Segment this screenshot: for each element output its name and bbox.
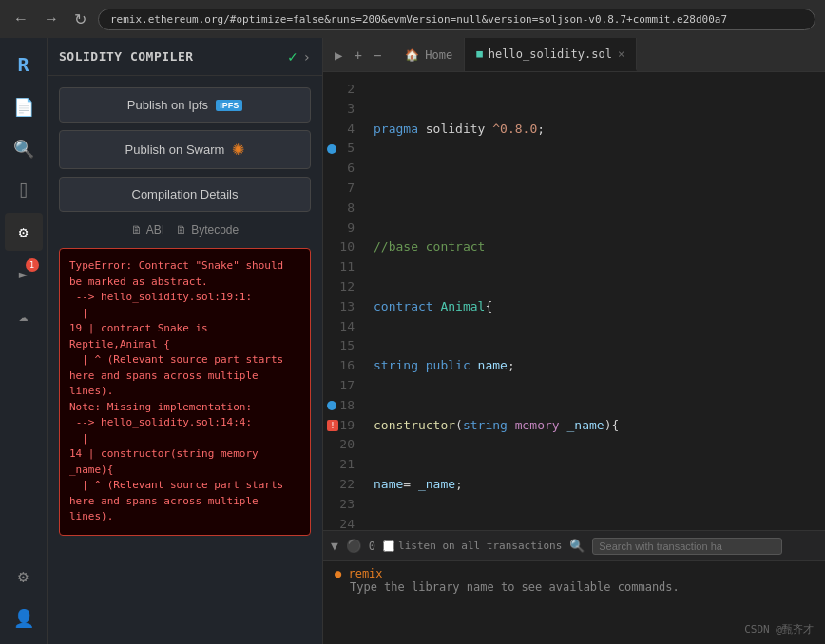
sidebar-item-deploy[interactable]: ☁	[5, 296, 43, 334]
sidebar-item-file-explorer[interactable]: 📄	[5, 87, 43, 125]
line-num-18: 18	[323, 396, 366, 416]
file-icon: 📄	[13, 97, 34, 117]
check-icon: ✓	[288, 47, 297, 66]
line-num-19: ! 19	[323, 416, 366, 436]
line-num-5: 5	[323, 139, 366, 159]
zoom-in-icon[interactable]: +	[350, 46, 365, 65]
left-panel-title: SOLIDITY COMPILER	[59, 49, 194, 64]
line-num-10: 10	[323, 237, 366, 257]
tab-hello-label: hello_solidity.sol	[489, 47, 612, 61]
compilation-details-button[interactable]: Compilation Details	[59, 177, 311, 212]
play-icon[interactable]: ▶	[331, 46, 346, 65]
tab-home[interactable]: 🏠 Home	[393, 38, 465, 71]
sidebar-item-remix-logo[interactable]: R	[5, 46, 43, 84]
line-num-14: 14	[323, 317, 366, 337]
listen-label: listen on all transactions	[398, 540, 562, 552]
terminal-search-input[interactable]	[592, 538, 782, 555]
terminal-line-2: Type the library name to see available c…	[335, 580, 814, 594]
abi-file-icon: 🗎	[131, 223, 143, 237]
line-num-8: 8	[323, 199, 366, 218]
ipfs-badge: IPFS	[216, 100, 242, 111]
sidebar-item-plugin-manager[interactable]: ⚙	[5, 213, 43, 251]
publish-ipfs-button[interactable]: Publish on Ipfs IPFS	[59, 87, 311, 123]
code-line-2: pragma solidity ^0.8.0;	[374, 120, 825, 140]
sidebar-item-search[interactable]: 🔍	[5, 129, 43, 167]
terminal-count: 0	[369, 540, 375, 553]
deploy-icon: ☁	[19, 307, 29, 325]
profile-icon: 👤	[13, 608, 34, 628]
settings-icon: ⚙	[18, 566, 29, 586]
tab-bar-icons: ▶ + −	[323, 46, 393, 65]
line-num-11: 11	[323, 257, 366, 277]
terminal-stop-icon[interactable]: ⚫	[346, 539, 361, 553]
code-line-6: string public name;	[374, 356, 825, 376]
error-box: TypeError: Contract "Snake" should be ma…	[59, 248, 311, 536]
terminal-collapse-icon[interactable]: ▼	[331, 539, 338, 553]
line-num-2: 2	[323, 80, 366, 100]
terminal-line-1: ● remix	[335, 567, 814, 580]
tab-hello-solidity[interactable]: ■ hello_solidity.sol ×	[465, 38, 637, 71]
browser-bar: ← → ↻ remix.ethereum.org/#optimize=false…	[0, 0, 825, 38]
publish-swarm-label: Publish on Swarm	[125, 142, 225, 157]
line-num-12: 12	[323, 277, 366, 297]
line-numbers: 2 3 4 5 6 7 8 9 10 11 12 13 14 15 16 17	[323, 72, 366, 530]
line-num-20: 20	[323, 435, 366, 455]
code-line-7: constructor(string memory _name){	[374, 416, 825, 436]
left-panel-content: Publish on Ipfs IPFS Publish on Swarm ✺ …	[48, 76, 322, 644]
branch-icon: ⌷	[19, 181, 29, 199]
abi-button[interactable]: 🗎 ABI	[131, 223, 164, 237]
listen-checkbox-area: listen on all transactions	[383, 540, 562, 552]
forward-button[interactable]: →	[40, 9, 63, 29]
tab-close-button[interactable]: ×	[618, 47, 624, 61]
line-num-21: 21	[323, 455, 366, 475]
home-icon: 🏠	[405, 48, 419, 62]
terminal-search-icon[interactable]: 🔍	[569, 539, 585, 553]
line-num-17: 17	[323, 376, 366, 396]
bytecode-button[interactable]: 🗎 Bytecode	[176, 223, 239, 237]
line-num-16: 16	[323, 356, 366, 376]
search-icon: 🔍	[13, 139, 34, 159]
code-line-4: //base contract	[374, 237, 825, 257]
swarm-icon: ✺	[232, 141, 244, 159]
sidebar-item-debug[interactable]: ► 1	[5, 255, 43, 293]
code-line-8: name = _name;	[374, 475, 825, 495]
refresh-button[interactable]: ↻	[70, 9, 90, 30]
debug-badge: 1	[26, 258, 39, 272]
listen-checkbox[interactable]	[383, 540, 394, 552]
tab-bar: ▶ + − 🏠 Home ■ hello_solidity.sol ×	[323, 38, 825, 72]
line-num-4: 4	[323, 120, 366, 140]
url-bar[interactable]: remix.ethereum.org/#optimize=false&runs=…	[98, 9, 815, 30]
left-panel: SOLIDITY COMPILER ✓ › Publish on Ipfs IP…	[48, 38, 323, 644]
sidebar-item-profile[interactable]: 👤	[5, 598, 43, 636]
abi-bytecode-row: 🗎 ABI 🗎 Bytecode	[59, 219, 311, 240]
back-button[interactable]: ←	[10, 9, 32, 29]
code-content[interactable]: pragma solidity ^0.8.0; //base contract …	[366, 72, 825, 530]
left-panel-header: SOLIDITY COMPILER ✓ ›	[48, 38, 322, 76]
line-num-7: 7	[323, 179, 366, 199]
line-num-23: 23	[323, 495, 366, 515]
sidebar-item-source-control[interactable]: ⌷	[5, 171, 43, 209]
publish-swarm-button[interactable]: Publish on Swarm ✺	[59, 130, 311, 169]
zoom-out-icon[interactable]: −	[370, 46, 385, 65]
plugin-icon: ⚙	[19, 223, 29, 241]
terminal-prompt: ● remix	[335, 567, 383, 580]
code-line-5: contract Animal {	[374, 297, 825, 317]
line-num-9: 9	[323, 218, 366, 238]
compilation-details-label: Compilation Details	[132, 187, 239, 201]
code-area[interactable]: 2 3 4 5 6 7 8 9 10 11 12 13 14 15 16 17	[323, 72, 825, 530]
icon-sidebar: R 📄 🔍 ⌷ ⚙ ► 1 ☁ ⚙ 👤	[0, 38, 48, 644]
main-layout: R 📄 🔍 ⌷ ⚙ ► 1 ☁ ⚙ 👤	[0, 38, 825, 644]
abi-label: ABI	[146, 223, 164, 237]
right-panel: ▶ + − 🏠 Home ■ hello_solidity.sol × 2 3 …	[323, 38, 825, 644]
line-num-22: 22	[323, 475, 366, 495]
bytecode-file-icon: 🗎	[176, 223, 187, 237]
publish-ipfs-label: Publish on Ipfs	[127, 98, 208, 112]
sidebar-item-settings[interactable]: ⚙	[5, 557, 43, 595]
tab-home-label: Home	[425, 48, 452, 62]
header-icons: ✓ ›	[288, 47, 311, 66]
line-num-3: 3	[323, 100, 366, 120]
code-line-3	[374, 179, 825, 199]
line-num-6: 6	[323, 159, 366, 179]
expand-icon[interactable]: ›	[303, 49, 311, 65]
line-num-13: 13	[323, 297, 366, 317]
